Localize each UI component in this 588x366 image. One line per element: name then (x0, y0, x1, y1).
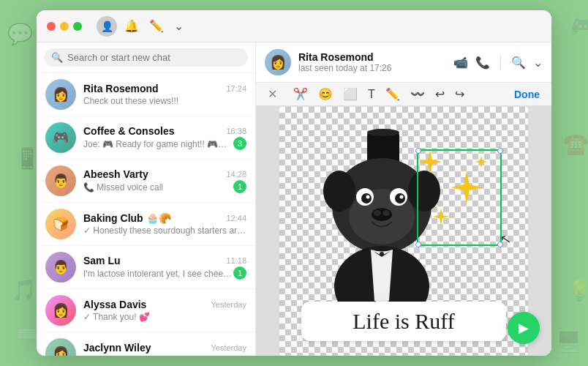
badge-coffee: 3 (233, 137, 246, 150)
chat-item-jaclynn[interactable]: 👩 Jaclynn Wiley Yesterday ✓ Photo (37, 332, 255, 356)
chat-name-sam: Sam Lu (83, 255, 121, 266)
chat-info-jaclynn: Jaclynn Wiley Yesterday ✓ Photo (83, 342, 246, 356)
chat-preview-alyssa: ✓ Thank you! 💕 (83, 312, 150, 322)
search-bar: 🔍 (37, 42, 255, 73)
badge-abeesh: 1 (233, 180, 246, 193)
chat-preview-sam: I'm lactose intolerant yet, I see cheese… (83, 269, 233, 279)
chat-item-alyssa[interactable]: 👩 Alyssa Davis Yesterday ✓ Thank you! 💕 (37, 289, 255, 332)
svg-marker-22 (418, 150, 442, 173)
user-avatar[interactable]: 👤 (97, 16, 117, 37)
canvas-inner: ↖ Life is Ruff (279, 107, 528, 356)
chat-item-sam[interactable]: 👨 Sam Lu 11:18 I'm lactose intolerant ye… (37, 246, 255, 289)
chat-name-alyssa: Alyssa Davis (83, 299, 146, 310)
svg-point-2 (367, 129, 399, 136)
editor-done-button[interactable]: Done (514, 89, 540, 100)
search-input[interactable] (67, 52, 241, 63)
more-options-button[interactable]: ⌄ (533, 56, 543, 70)
chat-preview-abeesh: 📞 Missed voice call (83, 182, 163, 193)
chat-preview-jaclynn: ✓ Photo (83, 355, 116, 356)
chat-avatar-coffee: 🎮 (45, 122, 76, 153)
chat-name-rita: Rita Rosemond (83, 83, 159, 94)
svg-marker-21 (451, 171, 483, 203)
chat-preview-rita: Check out these views!!! (83, 96, 178, 106)
send-button[interactable]: ▶ (508, 312, 540, 344)
draw-tool-button[interactable]: ✏️ (385, 87, 400, 101)
sticker-editor-bar: ✕ ✂️ 😊 ⬜ T ✏️ 〰️ ↩ ↪ Done (256, 83, 551, 106)
minimize-button[interactable] (60, 22, 69, 31)
chat-avatar-rita: 👩 (45, 79, 76, 110)
life-ruff-text: Life is Ruff (353, 309, 454, 333)
chat-name-baking: Baking Club 🧁🥐 (83, 212, 171, 224)
svg-point-9 (366, 195, 370, 198)
badge-sam: 1 (233, 266, 246, 280)
chat-item-abeesh[interactable]: 👨 Abeesh Varty 14:28 📞 Missed voice call… (37, 160, 255, 203)
voice-call-button[interactable]: 📞 (475, 56, 490, 70)
chat-avatar-baking: 🍞 (45, 209, 76, 239)
search-icon: 🔍 (51, 52, 63, 63)
life-ruff-sign: Life is Ruff (301, 302, 506, 341)
traffic-lights (37, 22, 92, 31)
chat-name: Rita Rosemond (298, 51, 453, 63)
chat-header-info: Rita Rosemond last seen today at 17:26 (298, 51, 453, 73)
chat-main: 👩 Rita Rosemond last seen today at 17:26… (256, 42, 551, 356)
menu-chevron[interactable]: ⌄ (174, 19, 184, 33)
chat-info-abeesh: Abeesh Varty 14:28 📞 Missed voice call 1 (83, 168, 246, 193)
title-bar: 👤 🔔 ✏️ ⌄ (37, 10, 551, 42)
maximize-button[interactable] (73, 22, 82, 31)
app-window: 👤 🔔 ✏️ ⌄ 🔍 👩 Rita Rosemond 17:24 (37, 10, 551, 356)
compose-button[interactable]: ✏️ (149, 19, 164, 33)
chat-time-alyssa: Yesterday (211, 300, 246, 309)
chat-avatar-jaclynn: 👩 (45, 338, 76, 356)
text-tool-button[interactable]: T (368, 88, 375, 101)
svg-point-7 (361, 193, 372, 203)
sticker-tool-button[interactable]: ⬜ (343, 87, 358, 101)
chat-time-baking: 12:44 (226, 214, 246, 223)
chat-preview-baking: ✓ Honestly these sourdough starters are … (83, 225, 246, 236)
sidebar: 🔍 👩 Rita Rosemond 17:24 Check out these … (37, 42, 256, 356)
chat-list: 👩 Rita Rosemond 17:24 Check out these vi… (37, 73, 255, 356)
search-chat-button[interactable]: 🔍 (511, 56, 526, 70)
svg-point-8 (395, 193, 405, 203)
chat-info-coffee: Coffee & Consoles 16:38 Joe: 🎮 Ready for… (83, 125, 246, 150)
chat-time-rita: 17:24 (226, 84, 246, 93)
search-input-wrap: 🔍 (44, 48, 248, 67)
cursor-indicator: ↖ (499, 230, 513, 247)
svg-point-14 (323, 171, 355, 212)
svg-point-10 (400, 195, 404, 198)
chat-info-sam: Sam Lu 11:18 I'm lactose intolerant yet,… (83, 255, 246, 280)
blur-tool-button[interactable]: 〰️ (410, 87, 425, 101)
chat-header-actions: 📹 📞 🔍 ⌄ (453, 55, 543, 70)
chat-avatar-abeesh: 👨 (45, 165, 76, 196)
notifications-button[interactable]: 🔔 (124, 19, 139, 33)
svg-point-13 (382, 210, 390, 216)
video-call-button[interactable]: 📹 (453, 56, 468, 70)
chat-info-baking: Baking Club 🧁🥐 12:44 ✓ Honestly these so… (83, 212, 246, 236)
svg-marker-24 (475, 155, 488, 168)
title-icons: 🔔 ✏️ ⌄ (124, 19, 184, 33)
chat-avatar-alyssa: 👩 (45, 295, 76, 326)
redo-button[interactable]: ↪ (455, 87, 464, 101)
chat-avatar-sam: 👨 (45, 252, 76, 283)
chat-info-rita: Rita Rosemond 17:24 Check out these view… (83, 83, 246, 106)
svg-point-12 (374, 210, 381, 216)
undo-button[interactable]: ↩ (435, 87, 445, 101)
chat-item-rita[interactable]: 👩 Rita Rosemond 17:24 Check out these vi… (37, 73, 255, 116)
crop-tool-button[interactable]: ✂️ (293, 87, 308, 101)
chat-time-sam: 11:18 (226, 256, 246, 265)
chat-header: 👩 Rita Rosemond last seen today at 17:26… (256, 42, 551, 83)
chat-time-abeesh: 14:28 (226, 170, 246, 179)
chat-status: last seen today at 17:26 (298, 63, 453, 73)
svg-point-18 (380, 252, 384, 256)
emoji-tool-button[interactable]: 😊 (318, 87, 333, 101)
send-icon: ▶ (519, 320, 529, 336)
close-button[interactable] (47, 22, 56, 31)
content-area: 🔍 👩 Rita Rosemond 17:24 Check out these … (37, 42, 551, 356)
svg-marker-23 (432, 208, 450, 225)
editor-close-button[interactable]: ✕ (268, 87, 277, 101)
chat-name-coffee: Coffee & Consoles (83, 125, 174, 137)
chat-info-alyssa: Alyssa Davis Yesterday ✓ Thank you! 💕 (83, 299, 246, 322)
chat-item-coffee[interactable]: 🎮 Coffee & Consoles 16:38 Joe: 🎮 Ready f… (37, 116, 255, 160)
chat-time-jaclynn: Yesterday (211, 343, 246, 352)
chat-item-baking[interactable]: 🍞 Baking Club 🧁🥐 12:44 ✓ Honestly these … (37, 203, 255, 246)
sticker-canvas: ↖ Life is Ruff ▶ (256, 106, 551, 356)
